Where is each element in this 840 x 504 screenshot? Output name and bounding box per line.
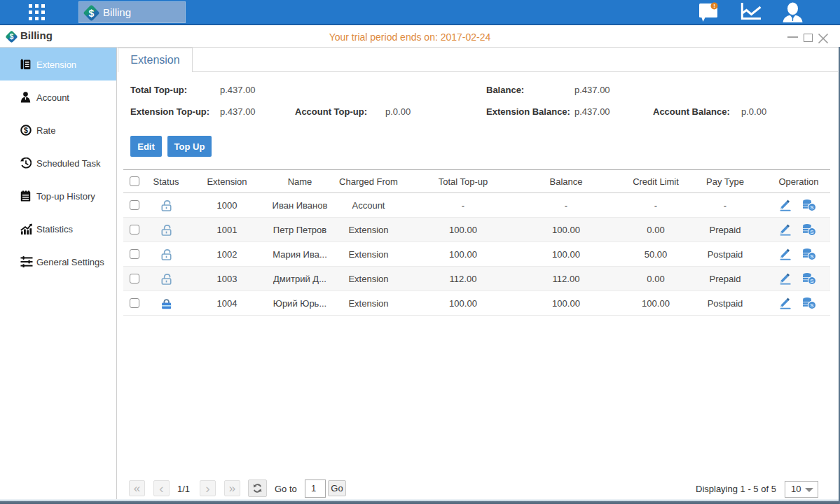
svg-text:$: $ xyxy=(24,125,28,134)
svg-text:S: S xyxy=(810,278,814,284)
svg-text:S: S xyxy=(810,302,814,309)
svg-text:S: S xyxy=(810,204,814,211)
svg-text:S: S xyxy=(810,229,814,235)
svg-text:S: S xyxy=(810,253,814,260)
svg-text:!: ! xyxy=(713,3,715,9)
